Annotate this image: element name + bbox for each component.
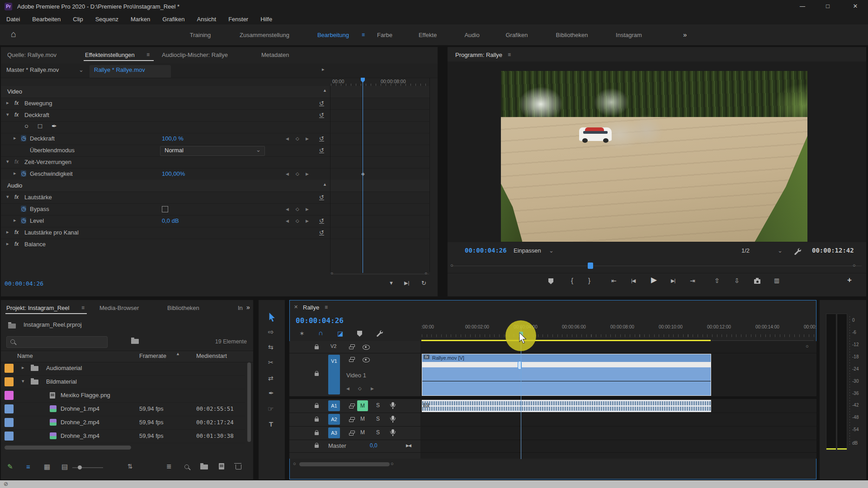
export-frame-button[interactable] xyxy=(754,279,760,284)
clip-opacity-band[interactable] xyxy=(422,362,711,367)
nest-toggle-icon[interactable]: ✶ xyxy=(299,330,305,337)
item-name[interactable]: Drohne_1.mp4 xyxy=(61,405,99,412)
column-header-name[interactable]: Name xyxy=(17,352,33,359)
collapse-section-icon[interactable]: ▲ xyxy=(323,182,327,187)
param-value[interactable]: 100,0 % xyxy=(162,135,184,142)
item-name[interactable]: Bildmaterial xyxy=(46,378,77,385)
project-vertical-scrollbar[interactable] xyxy=(247,362,251,442)
clip-fx-badge-icon[interactable]: fx xyxy=(424,355,429,359)
param-row-bypass[interactable]: ◷ Bypass ◀ ◇ ▶ xyxy=(1,203,429,216)
zoom-slider[interactable] xyxy=(72,467,103,468)
column-header-framerate[interactable]: Framerate xyxy=(139,352,166,359)
lift-button[interactable]: ⇧ xyxy=(714,277,720,284)
tab-project[interactable]: Projekt: Instagram_Reel xyxy=(6,305,69,311)
menu-bearbeiten[interactable]: Bearbeiten xyxy=(32,16,61,23)
panel-overflow-icon[interactable]: » xyxy=(246,304,250,311)
solo-button[interactable]: S xyxy=(376,429,380,436)
master-track-label[interactable]: Master xyxy=(328,442,346,449)
extract-button[interactable]: ⇩ xyxy=(734,277,740,284)
project-root-folder-icon[interactable] xyxy=(8,324,16,328)
fit-dropdown-value[interactable]: Einpassen xyxy=(514,247,541,254)
program-scrub-track[interactable] xyxy=(452,266,862,266)
effect-controls-panel-menu-icon[interactable]: ≡ xyxy=(146,52,150,58)
fit-dropdown-chevron-icon[interactable]: ⌄ xyxy=(549,247,554,254)
workspace-tab-menu-icon[interactable]: ≡ xyxy=(362,32,365,38)
home-icon[interactable]: ⌂ xyxy=(11,29,16,39)
next-keyframe-icon[interactable]: ▶ xyxy=(306,219,309,223)
mark-in-button[interactable]: { xyxy=(571,277,573,284)
snap-magnet-icon[interactable]: ∩ xyxy=(318,329,323,337)
param-row-geschwindigkeit[interactable]: ▸ ◷ Geschwindigkeit 100,00% ◀ ◇ ▶ ◆ xyxy=(1,168,429,180)
param-value[interactable]: 100,00% xyxy=(162,170,185,177)
effect-row-deckkraft-group[interactable]: ▾ fx Deckkraft ↺ xyxy=(1,109,429,122)
close-button[interactable]: ✕ xyxy=(843,0,868,14)
loop-icon[interactable]: ↻ xyxy=(421,280,426,286)
section-row-audio[interactable]: Audio ▲ xyxy=(1,180,429,192)
workspace-tab-bibliotheken[interactable]: Bibliotheken xyxy=(556,32,588,38)
search-bin-button[interactable] xyxy=(131,339,139,344)
track-master-row[interactable]: Master 0,0 ▶◀ xyxy=(289,440,816,453)
pan-icon[interactable]: ▶◀ xyxy=(406,443,410,448)
track-a2-row[interactable]: A2 M S xyxy=(289,413,816,427)
sync-lock-icon[interactable] xyxy=(349,344,355,349)
item-name[interactable]: Audiomaterial xyxy=(46,365,82,371)
prev-keyframe-icon[interactable]: ◀ xyxy=(286,219,289,223)
ellipse-mask-icon[interactable]: ○ xyxy=(24,122,28,130)
param-row-ueberblendmodus[interactable]: Überblendmodus Normal ⌄ ↺ xyxy=(1,145,429,157)
freeform-view-button[interactable]: ▤ xyxy=(61,463,68,471)
workspace-tab-grafiken[interactable]: Grafiken xyxy=(505,32,528,38)
table-row[interactable]: ▾ Bildmaterial xyxy=(1,375,245,389)
menu-datei[interactable]: Datei xyxy=(6,16,20,23)
table-row[interactable]: Mexiko Flagge.png xyxy=(1,389,245,403)
next-keyframe-icon[interactable]: ▶ xyxy=(371,386,374,391)
new-item-button[interactable] xyxy=(219,463,224,469)
timeline-timecode[interactable]: 00:00:04:26 xyxy=(296,316,344,325)
filter-properties-icon[interactable]: ▼ xyxy=(389,280,394,286)
expand-icon[interactable]: ▸ xyxy=(6,241,9,247)
play-around-icon[interactable]: ▶| xyxy=(404,280,409,286)
sync-lock-icon[interactable] xyxy=(349,417,355,422)
effects-playhead-line[interactable] xyxy=(363,78,363,273)
menu-sequenz[interactable]: Sequenz xyxy=(95,16,118,23)
tab-source-monitor[interactable]: Quelle: Rallye.mov xyxy=(7,52,57,58)
delete-button[interactable] xyxy=(236,465,241,469)
reset-effect-icon[interactable]: ↺ xyxy=(319,147,324,154)
tab-overflow-partial[interactable]: In xyxy=(238,305,246,311)
next-keyframe-icon[interactable]: ▶ xyxy=(306,136,309,141)
bypass-checkbox[interactable] xyxy=(162,206,168,212)
reset-effect-icon[interactable]: ↺ xyxy=(319,112,324,118)
collapse-bin-icon[interactable]: ▾ xyxy=(22,378,24,384)
track-a2-badge[interactable]: A2 xyxy=(328,414,340,425)
workspace-tab-bearbeitung[interactable]: Bearbeitung xyxy=(317,32,349,38)
effects-lane-scrollbar[interactable] xyxy=(331,274,429,274)
timeline-ruler[interactable]: :00:00 00:00:02:00 00:00:04:00 00:00:06:… xyxy=(420,314,816,340)
section-row-video[interactable]: Video ▲ xyxy=(1,86,429,98)
sync-lock-icon[interactable] xyxy=(349,404,355,408)
add-marker-icon[interactable] xyxy=(357,331,362,337)
pen-tool[interactable]: ✒ xyxy=(269,389,274,397)
add-keyframe-icon[interactable]: ◇ xyxy=(296,218,299,223)
step-back-button[interactable]: |◀ xyxy=(631,278,635,284)
workspace-tab-audio[interactable]: Audio xyxy=(464,32,479,38)
track-v2-label[interactable]: V2 xyxy=(330,343,336,349)
track-v2-row[interactable]: V2 xyxy=(289,341,816,353)
menu-ansicht[interactable]: Ansicht xyxy=(197,16,216,23)
add-marker-button[interactable] xyxy=(548,278,553,284)
prev-keyframe-icon[interactable]: ◀ xyxy=(286,207,289,211)
stopwatch-icon[interactable]: ◷ xyxy=(21,217,26,224)
add-button[interactable]: + xyxy=(847,276,852,285)
play-button[interactable]: ▶ xyxy=(651,275,657,285)
tab-metadata[interactable]: Metadaten xyxy=(261,52,289,58)
reset-effect-icon[interactable]: ↺ xyxy=(319,135,324,142)
lock-icon[interactable] xyxy=(315,445,319,448)
param-value[interactable]: 0,0 dB xyxy=(162,217,179,224)
track-a3-row[interactable]: A3 M S xyxy=(289,426,816,440)
ripple-edit-tool[interactable]: ⇆ xyxy=(268,343,274,351)
column-header-media-start[interactable]: Medienstart xyxy=(196,352,227,359)
add-keyframe-icon[interactable]: ◇ xyxy=(296,206,299,211)
menu-marken[interactable]: Marken xyxy=(131,16,150,23)
expand-icon[interactable]: ▸ xyxy=(6,229,9,235)
tab-effect-controls[interactable]: Effekteinstellungen xyxy=(85,52,135,58)
type-tool[interactable]: T xyxy=(269,420,273,428)
track-v1-badge[interactable]: V1 xyxy=(328,355,340,394)
